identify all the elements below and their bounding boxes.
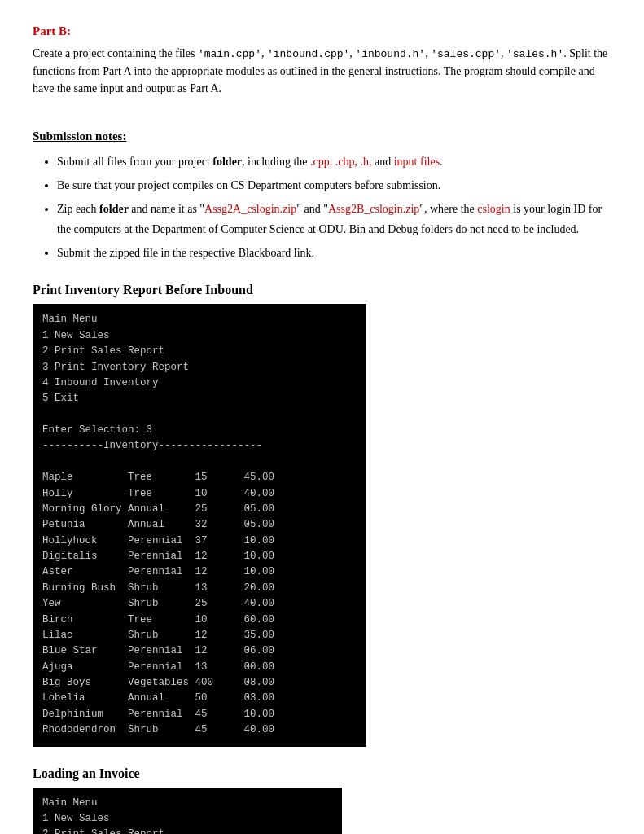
part-b-label: Part B: — [33, 24, 611, 38]
submission-section: Submission notes: Submit all files from … — [33, 129, 611, 264]
submission-list: Submit all files from your project folde… — [57, 151, 611, 264]
print-inventory-title: Print Inventory Report Before Inbound — [33, 283, 611, 297]
folder-bold-1: folder — [212, 156, 242, 168]
zip-name-b: Assg2B_cslogin.zip — [328, 203, 419, 215]
cslogin-text: cslogin — [477, 203, 510, 215]
loading-invoice-title: Loading an Invoice — [33, 766, 611, 781]
file-main-cpp: 'main.cpp' — [198, 48, 261, 60]
print-inventory-terminal: Main Menu 1 New Sales 2 Print Sales Repo… — [33, 304, 366, 746]
loading-invoice-terminal: Main Menu 1 New Sales 2 Print Sales Repo… — [33, 788, 342, 834]
zip-name-a: Assg2A_cslogin.zip — [204, 203, 296, 215]
submission-item-1: Submit all files from your project folde… — [57, 151, 611, 172]
file-inbound-cpp: 'inbound.cpp' — [267, 48, 349, 60]
folder-bold-2: folder — [99, 203, 129, 215]
submission-item-2: Be sure that your project compiles on CS… — [57, 175, 611, 195]
file-sales-h: 'sales.h' — [506, 48, 563, 60]
submission-item-3: Zip each folder and name it as "Assg2A_c… — [57, 199, 611, 239]
file-inbound-h: 'inbound.h' — [355, 48, 425, 60]
input-files: input files — [394, 156, 440, 168]
file-sales-cpp: 'sales.cpp' — [431, 48, 501, 60]
submission-title: Submission notes: — [33, 129, 611, 143]
submission-item-4: Submit the zipped file in the respective… — [57, 243, 611, 263]
file-types: .cpp, .cbp, .h, — [310, 156, 371, 168]
intro-paragraph: Create a project containing the files 'm… — [33, 45, 611, 97]
